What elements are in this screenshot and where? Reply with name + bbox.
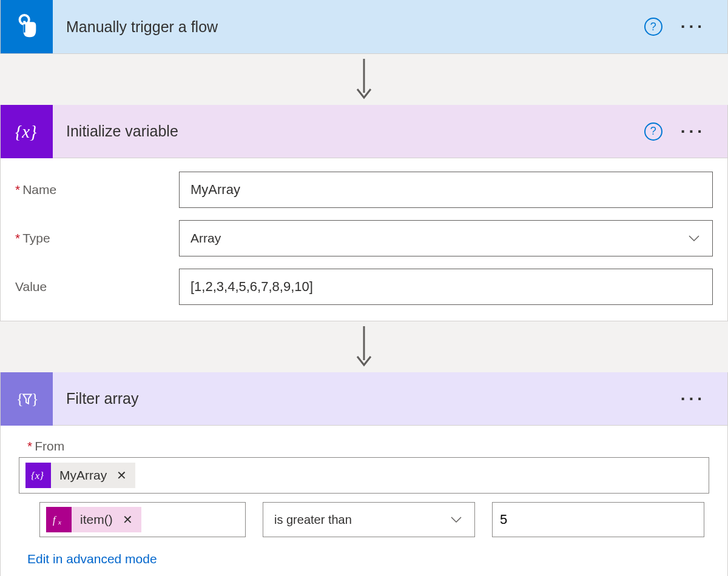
filter-icon: { } [1, 372, 53, 426]
help-icon[interactable]: ? [644, 18, 662, 36]
variable-token-icon: {x} [25, 463, 51, 488]
name-label: *Name [15, 183, 179, 197]
condition-operator-value: is greater than [274, 513, 352, 527]
help-icon[interactable]: ? [644, 122, 662, 141]
from-label: *From [27, 439, 713, 454]
remove-token-button[interactable]: ✕ [123, 512, 133, 527]
filter-array-title: Filter array [66, 390, 681, 407]
svg-text:x: x [58, 518, 61, 526]
filter-array-actions: ··· [681, 390, 727, 407]
svg-text:{: { [16, 390, 24, 406]
connector-arrow [0, 321, 728, 372]
condition-operator-select[interactable]: is greater than [263, 502, 475, 537]
variable-icon: {x} [1, 105, 53, 158]
svg-text:{x}: {x} [15, 121, 37, 141]
filter-array-header[interactable]: { } Filter array ··· [1, 372, 727, 426]
init-variable-actions: ? ··· [644, 122, 727, 141]
init-variable-title: Initialize variable [66, 122, 644, 140]
init-variable-header[interactable]: {x} Initialize variable ? ··· [1, 105, 727, 158]
name-input[interactable] [179, 172, 713, 208]
chevron-down-icon [687, 231, 701, 246]
variable-token-label: MyArray [59, 468, 107, 483]
trigger-header[interactable]: Manually trigger a flow ? ··· [1, 0, 727, 53]
from-input[interactable]: {x} MyArray ✕ [19, 457, 709, 494]
more-menu-button[interactable]: ··· [681, 18, 706, 35]
filter-array-card: { } Filter array ··· *From {x} MyArray ✕ [0, 372, 728, 576]
more-menu-button[interactable]: ··· [681, 390, 706, 407]
chevron-down-icon [449, 512, 463, 527]
connector-arrow [0, 54, 728, 105]
expression-token[interactable]: fx item() ✕ [46, 507, 141, 532]
variable-token[interactable]: {x} MyArray ✕ [25, 463, 135, 488]
remove-token-button[interactable]: ✕ [116, 468, 127, 483]
svg-text:f: f [53, 515, 57, 526]
condition-value-input[interactable] [500, 512, 696, 527]
manual-trigger-icon [1, 0, 53, 53]
type-select[interactable]: Array [179, 220, 713, 256]
type-select-value: Array [190, 231, 221, 246]
svg-text:}: } [32, 390, 39, 406]
type-label: *Type [15, 231, 179, 246]
advanced-mode-link[interactable]: Edit in advanced mode [27, 552, 157, 566]
trigger-title: Manually trigger a flow [66, 18, 644, 36]
value-input[interactable] [179, 269, 713, 305]
condition-right-input[interactable] [492, 502, 704, 537]
expression-token-label: item() [80, 512, 113, 527]
condition-left-input[interactable]: fx item() ✕ [39, 502, 246, 537]
svg-text:{x}: {x} [31, 470, 44, 481]
filter-condition-row: fx item() ✕ is greater than [39, 502, 709, 537]
init-variable-card: {x} Initialize variable ? ··· *Name *Typ… [0, 105, 728, 321]
expression-token-icon: fx [46, 507, 72, 532]
more-menu-button[interactable]: ··· [681, 123, 706, 140]
value-label: Value [15, 280, 179, 294]
trigger-actions: ? ··· [644, 18, 727, 36]
init-variable-body: *Name *Type Array Value [1, 158, 727, 321]
trigger-card: Manually trigger a flow ? ··· [0, 0, 728, 54]
filter-array-body: *From {x} MyArray ✕ fx item() [1, 426, 727, 576]
